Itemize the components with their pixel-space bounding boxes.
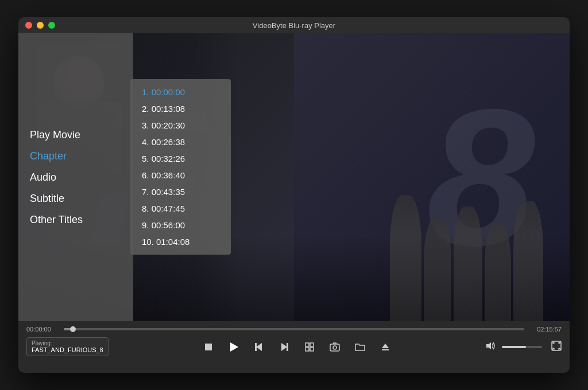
prev-chapter-button[interactable] [251,339,267,355]
svg-rect-5 [287,343,288,351]
eject-button[interactable] [377,339,393,355]
menu-item-chapter[interactable]: Chapter [18,146,133,167]
progress-thumb [70,326,76,332]
window-title: VideoByte Blu-ray Player [253,21,335,30]
svg-rect-3 [255,343,257,351]
chapter-dropdown: 1. 00:00:00 2. 00:13:08 3. 00:20:30 4. 0… [130,79,231,255]
close-button[interactable] [25,22,32,29]
folder-button[interactable] [352,339,368,355]
chapter-item-5[interactable]: 5. 00:32:26 [130,150,231,167]
video-area: F 8 Play Movie Chapter Audio Subtitle Ot… [18,33,570,321]
svg-rect-10 [330,344,339,351]
chapter-item-2[interactable]: 2. 00:13:08 [130,100,231,117]
menu-item-subtitle[interactable]: Subtitle [18,188,133,209]
progress-bar[interactable] [64,328,524,330]
chapter-item-8[interactable]: 8. 00:47:45 [130,200,231,217]
chapter-item-10[interactable]: 10. 01:04:08 [130,233,231,250]
maximize-button[interactable] [48,22,55,29]
chapter-item-1[interactable]: 1. 00:00:00 [130,84,231,100]
stop-button[interactable] [200,339,216,355]
sidebar-menu: Play Movie Chapter Audio Subtitle Other … [18,33,133,321]
svg-marker-12 [382,344,389,348]
svg-marker-2 [256,343,262,351]
chapter-item-3[interactable]: 3. 00:20:30 [130,117,231,134]
playing-title: FAST_AND_FURIOUS_8 [32,346,103,353]
svg-rect-7 [310,343,314,346]
time-end: 02:15:57 [530,326,562,333]
controls-center [111,339,483,355]
app-window: VideoByte Blu-ray Player F 8 [18,17,570,373]
svg-marker-14 [486,342,491,349]
minimize-button[interactable] [37,22,44,29]
svg-rect-8 [305,348,309,351]
progress-row: 00:00:00 02:15:57 [18,321,570,335]
volume-fill [502,346,526,348]
snapshot-button[interactable] [327,339,343,355]
fullscreen-button[interactable] [551,341,562,353]
time-current: 00:00:00 [26,326,58,333]
svg-rect-9 [310,348,314,351]
play-button[interactable] [226,339,242,355]
svg-rect-0 [205,344,212,350]
playing-info: Playing: FAST_AND_FURIOUS_8 [26,337,109,356]
menu-item-other-titles[interactable]: Other Titles [18,209,133,231]
controls-right [486,341,562,353]
chapter-item-9[interactable]: 9. 00:56:00 [130,217,231,233]
controls-bar: 00:00:00 02:15:57 Playing: FAST_AND_FURI… [18,321,570,373]
svg-marker-1 [230,342,238,352]
playing-label: Playing: [32,340,103,346]
grid-button[interactable] [301,339,318,355]
svg-rect-13 [382,349,389,350]
chapter-item-4[interactable]: 4. 00:26:38 [130,134,231,150]
traffic-lights [25,22,55,29]
svg-rect-6 [305,343,309,346]
titlebar: VideoByte Blu-ray Player [18,17,570,33]
buttons-row: Playing: FAST_AND_FURIOUS_8 [18,335,570,358]
menu-item-play-movie[interactable]: Play Movie [18,124,133,146]
svg-point-11 [333,346,336,349]
chapter-item-6[interactable]: 6. 00:36:40 [130,167,231,184]
menu-item-audio[interactable]: Audio [18,167,133,188]
chapter-item-7[interactable]: 7. 00:43:35 [130,184,231,200]
volume-icon [486,341,496,353]
volume-bar[interactable] [502,346,542,348]
next-chapter-button[interactable] [276,339,292,355]
svg-marker-4 [281,343,287,351]
